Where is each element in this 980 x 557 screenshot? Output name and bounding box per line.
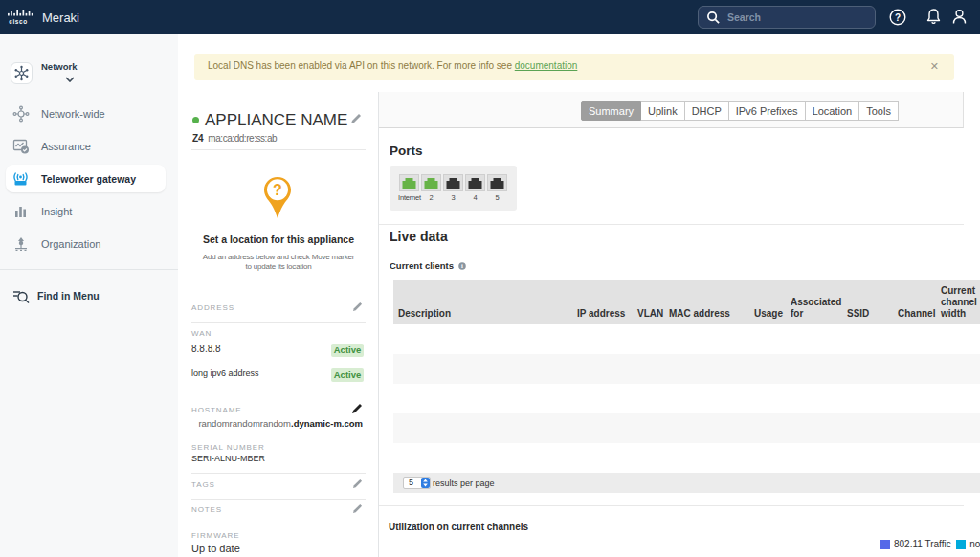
svg-text:i: i [461, 262, 463, 269]
svg-text:?: ? [895, 12, 901, 23]
svg-text:?: ? [273, 182, 282, 198]
svg-text:cisco: cisco [9, 18, 28, 25]
